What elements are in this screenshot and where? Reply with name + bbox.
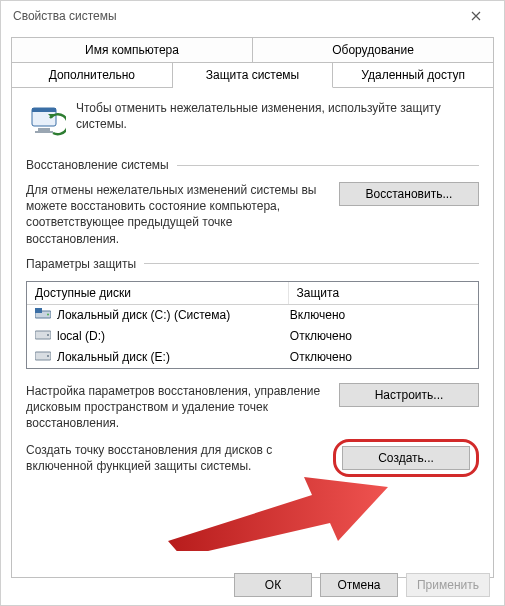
hard-disk-icon <box>35 350 51 365</box>
tab-system-protection[interactable]: Защита системы <box>173 62 334 88</box>
svg-rect-2 <box>38 128 50 131</box>
dialog-button-bar: ОК Отмена Применить <box>234 573 490 597</box>
tab-computer-name[interactable]: Имя компьютера <box>11 37 253 62</box>
restore-desc: Для отмены нежелательных изменений систе… <box>26 182 323 247</box>
hard-disk-icon <box>35 329 51 344</box>
create-highlight: Создать... <box>333 439 479 477</box>
drive-row[interactable]: Локальный диск (E:)Отключено <box>27 347 478 368</box>
drive-protection-status: Включено <box>290 308 470 322</box>
drive-protection-status: Отключено <box>290 350 470 364</box>
drive-row[interactable]: local (D:)Отключено <box>27 326 478 347</box>
window-title: Свойства системы <box>9 9 117 23</box>
tab-advanced[interactable]: Дополнительно <box>11 62 173 88</box>
cancel-button[interactable]: Отмена <box>320 573 398 597</box>
tab-remote[interactable]: Удаленный доступ <box>333 62 494 88</box>
col-header-disk[interactable]: Доступные диски <box>27 282 289 304</box>
close-button[interactable] <box>456 2 496 30</box>
drive-protection-status: Отключено <box>290 329 470 343</box>
svg-rect-1 <box>32 108 56 112</box>
svg-rect-3 <box>35 131 53 133</box>
section-protection-title: Параметры защиты <box>26 257 136 271</box>
hard-disk-icon <box>35 308 51 323</box>
svg-point-8 <box>47 334 49 336</box>
drive-name: Локальный диск (C:) (Система) <box>57 308 230 322</box>
tab-panel-system-protection: Чтобы отменить нежелательные изменения, … <box>11 88 494 578</box>
configure-button[interactable]: Настроить... <box>339 383 479 407</box>
close-icon <box>471 11 481 21</box>
drive-name: local (D:) <box>57 329 105 343</box>
configure-desc: Настройка параметров восстановления, упр… <box>26 383 323 432</box>
protection-icon <box>26 100 66 140</box>
svg-point-10 <box>47 355 49 357</box>
drive-table: Доступные диски Защита Локальный диск (C… <box>26 281 479 369</box>
svg-rect-5 <box>35 308 42 313</box>
apply-button[interactable]: Применить <box>406 573 490 597</box>
ok-button[interactable]: ОК <box>234 573 312 597</box>
svg-point-6 <box>47 313 49 315</box>
titlebar[interactable]: Свойства системы <box>1 1 504 31</box>
create-button[interactable]: Создать... <box>342 446 470 470</box>
tab-hardware[interactable]: Оборудование <box>253 37 494 62</box>
section-restore-title: Восстановление системы <box>26 158 169 172</box>
system-properties-window: Свойства системы Имя компьютера Оборудов… <box>0 0 505 606</box>
col-header-protection[interactable]: Защита <box>289 282 478 304</box>
drive-row[interactable]: Локальный диск (C:) (Система)Включено <box>27 305 478 326</box>
intro-text: Чтобы отменить нежелательные изменения, … <box>76 100 479 132</box>
drive-name: Локальный диск (E:) <box>57 350 170 364</box>
create-desc: Создать точку восстановления для дисков … <box>26 442 317 474</box>
restore-button[interactable]: Восстановить... <box>339 182 479 206</box>
